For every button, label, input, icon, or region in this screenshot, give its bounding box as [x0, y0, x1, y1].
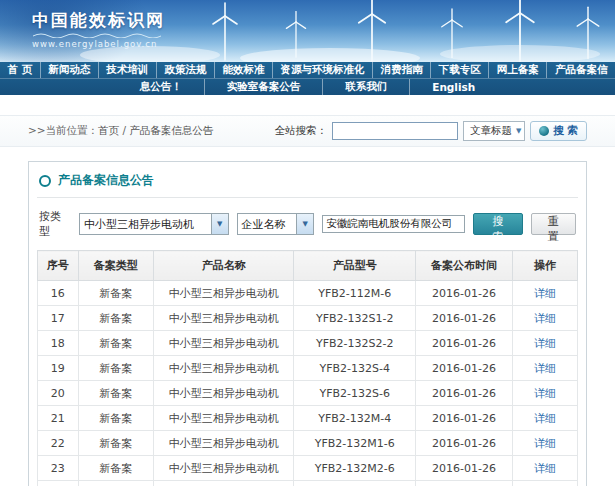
nav-row-2: 息公告！实验室备案公告联系我们English [0, 78, 615, 95]
cell-action: 详细 [513, 281, 578, 306]
type-select[interactable]: 中小型三相异步电动机 ▼ [79, 213, 229, 235]
cell-no: 24 [38, 481, 79, 486]
nav-item[interactable]: 消费指南 [373, 62, 431, 78]
site-name: 中国能效标识网 [32, 9, 165, 32]
filing-table: 序号备案类型产品名称产品型号备案公布时间操作 16 新备案 中小型三相异步电动机… [37, 250, 578, 486]
cell-no: 20 [38, 381, 79, 406]
detail-link[interactable]: 详细 [534, 337, 556, 350]
nav-item[interactable]: 联系我们 [323, 79, 410, 95]
cell-product-model: YFB2-112M-6 [294, 281, 416, 306]
cell-action: 详细 [513, 356, 578, 381]
cell-publish-date: 2016-01-26 [415, 431, 512, 456]
cell-filing-type: 新备案 [78, 481, 154, 486]
detail-link[interactable]: 详细 [534, 412, 556, 425]
breadcrumb-separator: / [119, 124, 129, 136]
table-row: 22 新备案 中小型三相异步电动机 YFB2-132M1-6 2016-01-2… [38, 431, 578, 456]
cell-action: 详细 [513, 381, 578, 406]
detail-link[interactable]: 详细 [534, 437, 556, 450]
panel-title-bar: 产品备案信息公告 [37, 168, 578, 198]
cell-no: 17 [38, 306, 79, 331]
cell-action: 详细 [513, 456, 578, 481]
nav-item[interactable]: 能效标准 [215, 62, 273, 78]
cell-product-model: YFB2-132M1-6 [294, 431, 416, 456]
site-search-input[interactable] [332, 122, 458, 140]
company-field-select[interactable]: 企业名称 ▼ [237, 213, 315, 235]
nav-item[interactable]: 息公告！ [118, 79, 205, 95]
nav-item[interactable]: 实验室备案公告 [205, 79, 324, 95]
main-nav: 首 页新闻动态技术培训政策法规能效标准资源与环境标准化消费指南下载专区网上备案产… [0, 62, 615, 95]
detail-link[interactable]: 详细 [534, 287, 556, 300]
column-header: 产品型号 [294, 251, 416, 281]
cell-publish-date: 2016-01-26 [415, 481, 512, 486]
breadcrumb: >>当前位置：首页 / 产品备案信息公告 [28, 124, 213, 138]
cell-publish-date: 2016-01-26 [415, 306, 512, 331]
filter-search-button[interactable]: 搜索 [473, 213, 522, 235]
site-search-button[interactable]: 搜 索 [530, 121, 587, 141]
content-panel: 产品备案信息公告 按类型 中小型三相异步电动机 ▼ 企业名称 ▼ 搜索 重置 序… [28, 161, 587, 486]
cell-product-name: 中小型三相异步电动机 [154, 331, 294, 356]
detail-link[interactable]: 详细 [534, 362, 556, 375]
table-row: 18 新备案 中小型三相异步电动机 YFB2-132S2-2 2016-01-2… [38, 331, 578, 356]
cell-filing-type: 新备案 [78, 281, 154, 306]
cell-product-model: YFB2-132S-6 [294, 381, 416, 406]
circle-bullet-icon [39, 175, 51, 187]
nav-row-1: 首 页新闻动态技术培训政策法规能效标准资源与环境标准化消费指南下载专区网上备案产… [0, 62, 615, 78]
type-select-value: 中小型三相异步电动机 [80, 217, 198, 232]
cell-action: 详细 [513, 481, 578, 486]
logo-wave-decoration [33, 33, 165, 38]
site-url: www.energylabel.gov.cn [32, 39, 165, 49]
cell-product-model: YFB2-132S1-2 [294, 306, 416, 331]
table-row: 19 新备案 中小型三相异步电动机 YFB2-132S-4 2016-01-26… [38, 356, 578, 381]
toolbar: >>当前位置：首页 / 产品备案信息公告 全站搜索： 文章标题 ▼ 搜 索 [0, 115, 615, 147]
column-header: 备案公布时间 [415, 251, 512, 281]
company-field-select-value: 企业名称 [238, 217, 290, 232]
column-header: 产品名称 [154, 251, 294, 281]
detail-link[interactable]: 详细 [534, 312, 556, 325]
nav-item[interactable]: 技术培训 [99, 62, 157, 78]
column-header: 备案类型 [78, 251, 154, 281]
cell-action: 详细 [513, 431, 578, 456]
nav-item[interactable]: 下载专区 [431, 62, 489, 78]
chevron-down-icon: ▼ [296, 214, 313, 234]
page-title: 产品备案信息公告 [58, 172, 154, 189]
cell-publish-date: 2016-01-26 [415, 331, 512, 356]
breadcrumb-current-link[interactable]: 产品备案信息公告 [129, 124, 213, 136]
company-name-input[interactable] [322, 215, 465, 233]
site-logo[interactable]: 中国能效标识网 www.energylabel.gov.cn [32, 9, 165, 49]
nav-item[interactable]: 首 页 [0, 62, 41, 78]
nav-item[interactable]: 产品备案信 [547, 62, 615, 78]
detail-link[interactable]: 详细 [534, 387, 556, 400]
detail-link[interactable]: 详细 [534, 462, 556, 475]
cell-no: 19 [38, 356, 79, 381]
cell-product-name: 中小型三相异步电动机 [154, 456, 294, 481]
site-search: 全站搜索： 文章标题 ▼ 搜 索 [274, 121, 587, 141]
nav-item[interactable]: 资源与环境标准化 [273, 62, 373, 78]
nav-item[interactable]: 政策法规 [157, 62, 215, 78]
search-field-select[interactable]: 文章标题 ▼ [463, 121, 525, 141]
nav-item[interactable]: 新闻动态 [41, 62, 99, 78]
cell-no: 23 [38, 456, 79, 481]
cell-product-name: 中小型三相异步电动机 [154, 431, 294, 456]
table-row: 21 新备案 中小型三相异步电动机 YFB2-132M-4 2016-01-26… [38, 406, 578, 431]
site-banner: 中国能效标识网 www.energylabel.gov.cn [0, 0, 615, 62]
nav-item[interactable]: English [410, 79, 497, 95]
cell-filing-type: 新备案 [78, 456, 154, 481]
cell-product-model: YFB2-132S2-2 [294, 331, 416, 356]
cell-publish-date: 2016-01-26 [415, 381, 512, 406]
filter-reset-button[interactable]: 重置 [531, 213, 576, 235]
table-body: 16 新备案 中小型三相异步电动机 YFB2-112M-6 2016-01-26… [38, 281, 578, 486]
cell-product-model: YFB2-160M1-2 [294, 481, 416, 486]
cell-filing-type: 新备案 [78, 331, 154, 356]
breadcrumb-home-link[interactable]: 首页 [98, 124, 119, 136]
cell-filing-type: 新备案 [78, 431, 154, 456]
column-header: 操作 [513, 251, 578, 281]
cell-product-name: 中小型三相异步电动机 [154, 356, 294, 381]
nav-item[interactable]: 网上备案 [489, 62, 547, 78]
cell-product-name: 中小型三相异步电动机 [154, 381, 294, 406]
cell-product-name: 中小型三相异步电动机 [154, 481, 294, 486]
cell-filing-type: 新备案 [78, 306, 154, 331]
site-search-label: 全站搜索： [274, 124, 327, 138]
table-row: 23 新备案 中小型三相异步电动机 YFB2-132M2-6 2016-01-2… [38, 456, 578, 481]
cell-no: 22 [38, 431, 79, 456]
cell-product-model: YFB2-132M2-6 [294, 456, 416, 481]
